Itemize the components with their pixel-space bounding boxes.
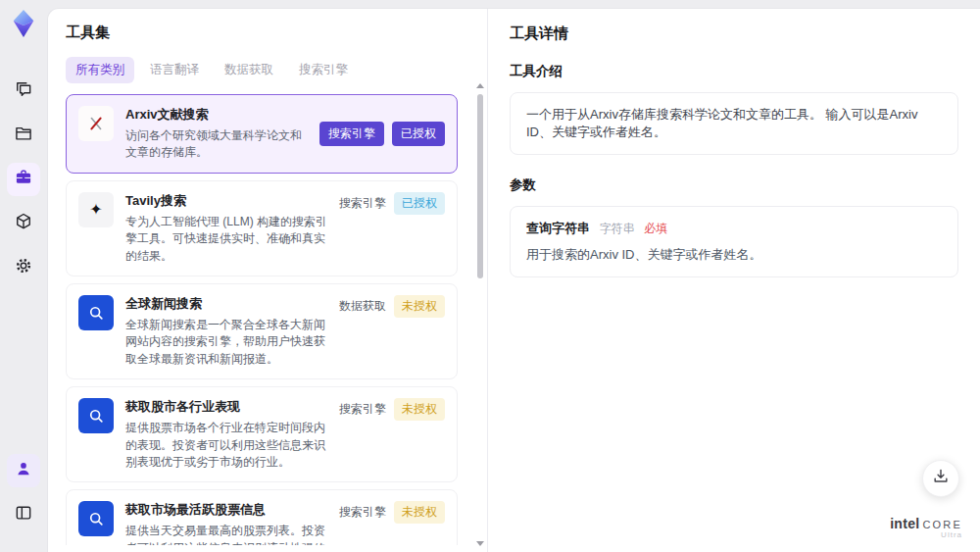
sidebar-item-chat[interactable] bbox=[7, 75, 40, 108]
user-icon bbox=[14, 459, 33, 482]
intel-wordmark: intel bbox=[890, 517, 919, 531]
download-button[interactable] bbox=[922, 460, 959, 497]
stock-search-icon bbox=[78, 501, 114, 536]
status-badge: 未授权 bbox=[394, 398, 445, 421]
scrollbar-thumb[interactable] bbox=[477, 94, 483, 278]
tool-description: 全球新闻搜索是一个聚合全球各大新闻网站内容的搜索引擎，帮助用户快速获取全球最新资… bbox=[125, 317, 327, 368]
tool-name: Tavily搜索 bbox=[125, 192, 327, 210]
category-label: 数据获取 bbox=[339, 298, 386, 315]
arxiv-logo-icon bbox=[78, 106, 114, 141]
toolbox-icon bbox=[14, 168, 33, 191]
news-search-icon bbox=[78, 295, 114, 330]
app-logo bbox=[8, 8, 39, 39]
param-description: 用于搜索的Arxiv ID、关键字或作者姓名。 bbox=[526, 246, 942, 264]
tool-description: 提供当天交易量最高的股票列表。投资者可以利用这些信息来识别流动性强的股票和潜在的… bbox=[125, 523, 327, 545]
intro-box: 一个用于从Arxiv存储库搜索科学论文和文章的工具。 输入可以是Arxiv ID… bbox=[510, 92, 958, 155]
category-label: 搜索引擎 bbox=[339, 401, 386, 418]
params-heading: 参数 bbox=[510, 176, 958, 194]
category-label: 搜索引擎 bbox=[339, 504, 386, 521]
tab-language-translation[interactable]: 语言翻译 bbox=[140, 57, 209, 83]
scroll-down-arrow[interactable] bbox=[476, 541, 484, 546]
tab-search-engine[interactable]: 搜索引擎 bbox=[289, 57, 358, 83]
param-required-flag: 必填 bbox=[644, 222, 667, 235]
download-icon bbox=[931, 467, 951, 490]
folder-icon bbox=[14, 124, 33, 147]
status-badge: 未授权 bbox=[394, 295, 445, 318]
ultra-wordmark: Ultra bbox=[890, 531, 962, 540]
category-tabs: 所有类别 语言翻译 数据获取 搜索引擎 bbox=[66, 57, 471, 83]
main-surface: 工具集 所有类别 语言翻译 数据获取 搜索引擎 Arxiv文献搜索 访问各个研究… bbox=[47, 8, 980, 552]
sidebar-item-user[interactable] bbox=[7, 454, 40, 487]
tool-details-panel: 工具详情 工具介绍 一个用于从Arxiv存储库搜索科学论文和文章的工具。 输入可… bbox=[488, 9, 980, 552]
tool-name: 获取市场最活跃股票信息 bbox=[125, 501, 327, 519]
list-scrollbar[interactable] bbox=[476, 83, 484, 546]
tool-name: 全球新闻搜索 bbox=[125, 295, 327, 313]
category-badge: 搜索引擎 bbox=[319, 122, 384, 146]
tab-data-acquisition[interactable]: 数据获取 bbox=[215, 57, 283, 83]
tab-all-categories[interactable]: 所有类别 bbox=[66, 57, 134, 83]
intro-heading: 工具介绍 bbox=[510, 63, 958, 80]
param-box: 查询字符串 字符串 必填 用于搜索的Arxiv ID、关键字或作者姓名。 bbox=[510, 206, 958, 277]
tool-description: 访问各个研究领域大量科学论文和文章的存储库。 bbox=[125, 127, 308, 162]
stock-search-icon bbox=[78, 398, 114, 433]
status-badge: 未授权 bbox=[394, 501, 445, 524]
status-badge: 已授权 bbox=[394, 192, 445, 215]
param-name: 查询字符串 bbox=[526, 221, 590, 235]
tool-card-arxiv[interactable]: Arxiv文献搜索 访问各个研究领域大量科学论文和文章的存储库。 搜索引擎 已授… bbox=[66, 94, 458, 174]
tool-card-most-active-stocks[interactable]: 获取市场最活跃股票信息 提供当天交易量最高的股票列表。投资者可以利用这些信息来识… bbox=[66, 489, 458, 545]
details-title: 工具详情 bbox=[510, 25, 958, 43]
tool-card-sector-performance[interactable]: 获取股市各行业表现 提供股票市场各个行业在特定时间段内的表现。投资者可以利用这些… bbox=[66, 386, 458, 482]
tool-list-panel: 工具集 所有类别 语言翻译 数据获取 搜索引擎 Arxiv文献搜索 访问各个研究… bbox=[48, 9, 488, 552]
cube-icon bbox=[14, 212, 33, 235]
tavily-star-icon: ✦ bbox=[78, 192, 114, 227]
sidebar bbox=[0, 0, 47, 552]
tool-card-global-news[interactable]: 全球新闻搜索 全球新闻搜索是一个聚合全球各大新闻网站内容的搜索引擎，帮助用户快速… bbox=[66, 283, 458, 379]
gear-icon bbox=[14, 256, 33, 279]
scroll-up-arrow[interactable] bbox=[476, 83, 484, 88]
tool-description: 专为人工智能代理 (LLM) 构建的搜索引擎工具。可快速提供实时、准确和真实的结… bbox=[125, 214, 327, 265]
tool-card-tavily[interactable]: ✦ Tavily搜索 专为人工智能代理 (LLM) 构建的搜索引擎工具。可快速提… bbox=[66, 180, 458, 276]
chat-icon bbox=[14, 79, 33, 103]
core-wordmark: CORE bbox=[922, 519, 962, 530]
page-title: 工具集 bbox=[66, 24, 471, 42]
sidebar-item-models[interactable] bbox=[7, 207, 40, 240]
sidebar-item-settings[interactable] bbox=[7, 251, 40, 284]
status-badge: 已授权 bbox=[392, 122, 445, 146]
intel-core-logo: intel CORE Ultra bbox=[890, 517, 962, 540]
tool-description: 提供股票市场各个行业在特定时间段内的表现。投资者可以利用这些信息来识别表现优于或… bbox=[125, 420, 327, 471]
sidebar-item-files[interactable] bbox=[7, 119, 40, 152]
tool-name: 获取股市各行业表现 bbox=[125, 398, 327, 416]
tool-name: Arxiv文献搜索 bbox=[125, 106, 308, 124]
panel-toggle-icon bbox=[14, 503, 33, 527]
param-type: 字符串 bbox=[600, 222, 635, 235]
sidebar-item-tools[interactable] bbox=[7, 163, 40, 196]
tool-list: Arxiv文献搜索 访问各个研究领域大量科学论文和文章的存储库。 搜索引擎 已授… bbox=[66, 94, 471, 545]
sidebar-item-panel-toggle[interactable] bbox=[7, 498, 40, 531]
category-label: 搜索引擎 bbox=[339, 195, 386, 212]
